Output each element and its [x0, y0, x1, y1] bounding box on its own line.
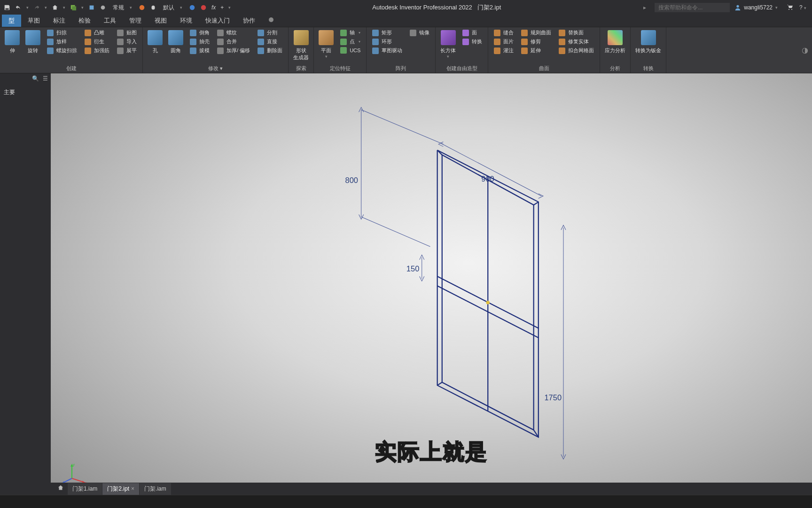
undo-dropdown[interactable]: ▾: [24, 4, 31, 11]
chamfer-button[interactable]: 倒角: [188, 28, 211, 37]
axis-button[interactable]: 轴▾: [338, 28, 362, 37]
mirror-button[interactable]: 镜像: [408, 28, 431, 37]
filetab-close-icon[interactable]: ×: [131, 485, 134, 492]
tab-getstarted[interactable]: 快速入门: [199, 15, 236, 27]
revolve-button[interactable]: 旋转: [23, 28, 43, 56]
split-button[interactable]: 分割: [256, 28, 284, 37]
tab-inspect[interactable]: 检验: [72, 15, 97, 27]
deleteface-button[interactable]: 删除面: [256, 46, 284, 55]
trim-button[interactable]: 修剪: [519, 37, 553, 46]
shell-button[interactable]: 抽壳: [188, 37, 211, 46]
stress-button[interactable]: 应力分析: [602, 28, 628, 56]
tab-environment[interactable]: 环境: [173, 15, 199, 27]
rib-button[interactable]: 加强筋: [83, 46, 111, 55]
circ-pattern-button[interactable]: 环形: [370, 37, 404, 46]
draft-button[interactable]: 拔模: [188, 46, 211, 55]
browser-primary-node[interactable]: 主要: [0, 84, 51, 101]
replace-face-button[interactable]: 替换面: [557, 28, 596, 37]
sculpt-button[interactable]: 灌注: [492, 46, 515, 55]
import-button[interactable]: 导入: [115, 37, 139, 46]
extend-button[interactable]: 延伸: [519, 46, 553, 55]
convert-button[interactable]: 转换: [461, 37, 484, 46]
loft-button[interactable]: 放样: [45, 37, 79, 46]
hole-button[interactable]: 孔: [145, 28, 165, 56]
ribbon-collapse-icon[interactable]: ◑: [798, 27, 812, 73]
sketch-driven-button[interactable]: 草图驱动: [370, 46, 404, 55]
import-label: 导入: [126, 38, 137, 45]
filetab-0[interactable]: 门架1.iam: [68, 483, 102, 495]
emboss-button[interactable]: 凸雕: [83, 28, 111, 37]
repair-button[interactable]: 修复实体: [557, 37, 596, 46]
qat-dropdown[interactable]: ▾: [226, 4, 233, 11]
unwrap-button[interactable]: 展平: [115, 46, 139, 55]
home-dropdown[interactable]: ▾: [61, 4, 67, 11]
redo-icon[interactable]: [31, 3, 42, 12]
material-dropdown[interactable]: 常规▾: [109, 2, 136, 14]
part-icon[interactable]: [86, 3, 97, 12]
plane-button[interactable]: 平面▾: [316, 28, 336, 61]
tab-tools[interactable]: 工具: [97, 15, 123, 27]
tab-extra-icon[interactable]: [262, 15, 281, 27]
tab-view[interactable]: 视图: [148, 15, 173, 27]
plus-icon[interactable]: +: [219, 4, 226, 11]
box-button[interactable]: 长方体▾: [437, 28, 459, 61]
color-ball1-icon[interactable]: [187, 3, 197, 12]
fillet-button[interactable]: 圆角: [165, 28, 186, 56]
rect-pattern-button[interactable]: 矩形: [370, 28, 404, 37]
filetab-2[interactable]: 门架.iam: [140, 483, 171, 495]
stitch-button[interactable]: 缝合: [492, 28, 515, 37]
axis-gizmo[interactable]: x y z: [60, 462, 88, 485]
thicken-button[interactable]: 加厚/ 偏移: [215, 46, 252, 55]
search-input[interactable]: [655, 3, 730, 12]
svg-line-28: [72, 478, 84, 482]
combine-button[interactable]: 合并: [215, 37, 252, 46]
point-button[interactable]: 点▾: [338, 37, 362, 46]
tab-model[interactable]: 型: [2, 15, 21, 27]
derive-button[interactable]: 衍生: [83, 37, 111, 46]
filetab-1[interactable]: 门架2.ipt×: [102, 483, 139, 495]
filetab-home-icon[interactable]: [54, 484, 68, 493]
face-button[interactable]: 面: [461, 28, 484, 37]
color-ball2-icon[interactable]: [198, 3, 209, 12]
appearance-cyl-icon[interactable]: [148, 3, 158, 12]
extrude-button[interactable]: 伸: [2, 28, 23, 56]
browser-menu-icon[interactable]: ☰: [43, 75, 48, 82]
decal-button[interactable]: 贴图: [115, 28, 139, 37]
model-browser[interactable]: 🔍 ☰ 主要: [0, 73, 51, 495]
coil-label: 螺旋扫掠: [56, 47, 77, 54]
fx-icon[interactable]: fx: [210, 4, 218, 11]
ucs-button[interactable]: UCS: [338, 46, 362, 55]
coil-button[interactable]: 螺旋扫掠: [45, 46, 79, 55]
direct-button[interactable]: 直接: [256, 37, 284, 46]
assembly-icon[interactable]: [68, 3, 78, 12]
appearance-sphere-icon[interactable]: [137, 3, 147, 12]
cart-icon[interactable]: [786, 3, 794, 12]
sweep-label: 扫掠: [56, 29, 67, 36]
tab-annotate[interactable]: 标注: [47, 15, 72, 27]
patch-button[interactable]: 面片: [492, 37, 515, 46]
user-account[interactable]: wangli5722 ▾: [730, 4, 782, 11]
browser-search-icon[interactable]: 🔍: [32, 75, 39, 82]
dim-800: 800: [345, 176, 358, 184]
viewport[interactable]: 800 900 150 1750: [51, 73, 812, 495]
appearance-dropdown[interactable]: 默认▾: [159, 2, 186, 14]
assembly-dropdown[interactable]: ▾: [79, 4, 86, 11]
sphere-icon[interactable]: [98, 3, 108, 12]
sheetmetal-button[interactable]: 转换为钣金: [632, 28, 664, 56]
tab-manage[interactable]: 管理: [123, 15, 148, 27]
thread-button[interactable]: 螺纹: [215, 28, 252, 37]
draft-label: 拔模: [199, 47, 210, 54]
save-icon[interactable]: [2, 3, 12, 12]
help-icon[interactable]: ? ▾: [799, 4, 806, 11]
ruled-button[interactable]: 规则曲面: [519, 28, 553, 37]
tab-collaborate[interactable]: 协作: [236, 15, 262, 27]
sweep-button[interactable]: 扫掠: [45, 28, 79, 37]
undo-icon[interactable]: [13, 3, 23, 12]
tab-sketch[interactable]: 草图: [21, 15, 47, 27]
home-icon[interactable]: [50, 3, 60, 12]
shapegen-button[interactable]: 形状 生成器: [290, 28, 312, 63]
dim-1750: 1750: [544, 393, 562, 402]
thicken-label: 加厚/ 偏移: [226, 47, 250, 54]
redo-dropdown[interactable]: ▾: [43, 4, 49, 11]
fitmesh-button[interactable]: 拟合网格面: [557, 46, 596, 55]
